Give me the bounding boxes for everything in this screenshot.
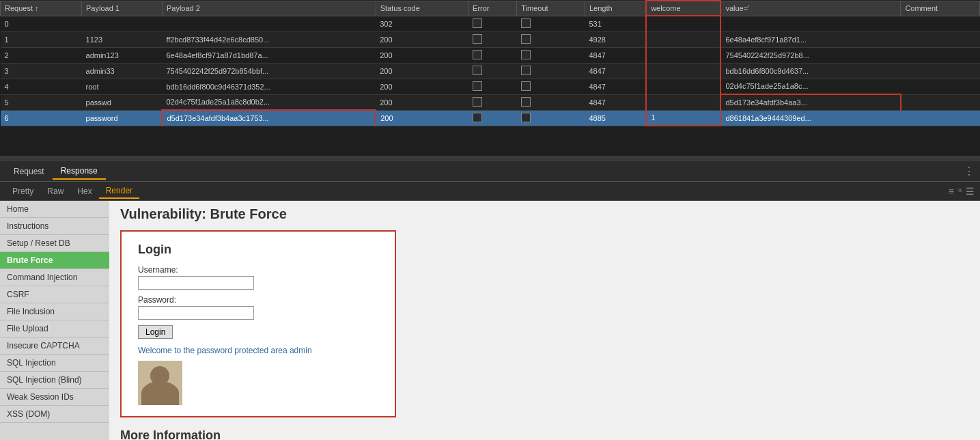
bottom-panel: Request Response ⋮ Pretty Raw Hex Render… (0, 161, 980, 440)
table-cell: 4 (1, 79, 82, 94)
sidebar-item-xss--dom-[interactable]: XSS (DOM) (0, 406, 109, 423)
table-cell (646, 16, 720, 31)
format-icon[interactable]: ≡ (949, 186, 954, 197)
horizontal-scrollbar[interactable] (0, 156, 980, 161)
sidebar-item-weak-session-ids[interactable]: Weak Session IDs (0, 389, 109, 406)
tab-response[interactable]: Response (53, 163, 106, 180)
table-cell: 200 (376, 63, 468, 79)
table-cell: 531 (585, 16, 646, 31)
table-cell (517, 110, 585, 126)
username-input[interactable] (138, 276, 254, 290)
col-header-comment[interactable]: Comment (901, 1, 980, 16)
col-header-welcome[interactable]: welcome (646, 1, 720, 16)
tab-request[interactable]: Request (5, 164, 53, 179)
table-cell: 5 (1, 94, 82, 110)
username-label: Username: (138, 265, 378, 275)
table-cell (901, 47, 980, 63)
tab-raw[interactable]: Raw (40, 184, 70, 198)
tab-render[interactable]: Render (99, 184, 139, 199)
table-cell (517, 31, 585, 47)
sidebar-item-brute-force[interactable]: Brute Force (0, 252, 109, 269)
results-table-section: Request ↑ Payload 1 Payload 2 Status cod… (0, 0, 980, 156)
list-icon[interactable]: ☰ (966, 186, 975, 197)
tab-icons: ≡ ⁿ ☰ (949, 186, 975, 197)
table-cell (901, 16, 980, 31)
table-cell: 200 (376, 110, 468, 126)
table-cell (468, 31, 517, 47)
checkbox[interactable] (521, 18, 531, 28)
table-cell: bdb16dd6f800c9d46371d352... (162, 79, 376, 94)
table-cell (468, 63, 517, 79)
sidebar-item-home[interactable]: Home (0, 201, 109, 218)
table-cell (720, 16, 900, 31)
tab-pretty[interactable]: Pretty (5, 184, 40, 198)
login-button[interactable]: Login (138, 325, 173, 339)
more-options-icon[interactable]: ⋮ (964, 165, 975, 178)
table-cell: 1 (646, 110, 720, 126)
table-cell: bdb16dd6f800c9d4637... (720, 63, 900, 79)
render-tab-bar: Pretty Raw Hex Render ≡ ⁿ ☰ (0, 182, 980, 201)
table-cell (901, 79, 980, 94)
checkbox[interactable] (473, 50, 482, 59)
table-cell (901, 110, 980, 126)
table-cell (517, 47, 585, 63)
checkbox[interactable] (473, 34, 482, 44)
intruder-results-table: Request ↑ Payload 1 Payload 2 Status cod… (0, 0, 980, 126)
password-input[interactable] (138, 306, 254, 320)
checkbox[interactable] (473, 97, 482, 107)
checkbox[interactable] (521, 50, 531, 59)
col-header-payload2[interactable]: Payload 2 (162, 1, 376, 16)
sidebar-item-sql-injection--blind-[interactable]: SQL Injection (Blind) (0, 372, 109, 389)
col-header-value[interactable]: value=' (720, 1, 900, 16)
checkbox[interactable] (473, 81, 482, 91)
table-cell: 200 (376, 31, 468, 47)
page-title: Vulnerability: Brute Force (109, 201, 980, 225)
table-cell: d861841a3e9444309ed... (720, 110, 900, 126)
table-cell: ff2bcd8733f44d42e6c8cd850... (162, 31, 376, 47)
sidebar-item-file-upload[interactable]: File Upload (0, 320, 109, 338)
table-cell: 200 (376, 94, 468, 110)
req-res-tab-bar: Request Response ⋮ (0, 161, 980, 182)
page-content: Vulnerability: Brute Force Login Usernam… (109, 201, 980, 440)
checkbox[interactable] (473, 18, 482, 28)
checkbox[interactable] (473, 113, 482, 122)
checkbox[interactable] (521, 34, 531, 44)
table-cell (646, 47, 720, 63)
table-cell: 7545402242f25d972b854bbf... (162, 63, 376, 79)
checkbox[interactable] (521, 66, 531, 75)
sidebar-item-sql-injection[interactable]: SQL Injection (0, 355, 109, 372)
table-cell (646, 79, 720, 94)
table-cell: 1 (1, 31, 82, 47)
table-cell: 4847 (585, 94, 646, 110)
login-form: Login Username: Password: Login Welcome … (122, 232, 395, 416)
edit-icon[interactable]: ⁿ (958, 186, 962, 197)
checkbox[interactable] (521, 97, 531, 107)
table-cell (162, 16, 376, 31)
sidebar-item-file-inclusion[interactable]: File Inclusion (0, 303, 109, 320)
checkbox[interactable] (521, 113, 531, 122)
col-header-length[interactable]: Length (585, 1, 646, 16)
nav-sidebar: HomeInstructionsSetup / Reset DBBrute Fo… (0, 201, 109, 440)
col-header-payload1[interactable]: Payload 1 (82, 1, 163, 16)
col-header-status[interactable]: Status code (376, 1, 468, 16)
sidebar-item-command-injection[interactable]: Command Injection (0, 269, 109, 286)
table-cell (468, 79, 517, 94)
tab-hex[interactable]: Hex (70, 184, 98, 198)
sidebar-item-setup---reset-db[interactable]: Setup / Reset DB (0, 235, 109, 252)
table-cell: 02d4c75f1ade25a1a8c... (720, 79, 900, 94)
more-info-title: More Information (109, 423, 980, 440)
table-cell (468, 47, 517, 63)
checkbox[interactable] (521, 81, 531, 91)
table-cell (646, 94, 720, 110)
sidebar-item-instructions[interactable]: Instructions (0, 218, 109, 235)
sidebar-item-csrf[interactable]: CSRF (0, 286, 109, 303)
col-header-timeout[interactable]: Timeout (517, 1, 585, 16)
table-cell (646, 31, 720, 47)
table-cell (517, 79, 585, 94)
table-cell (901, 63, 980, 79)
col-header-error[interactable]: Error (468, 1, 517, 16)
checkbox[interactable] (473, 66, 482, 75)
table-cell: d5d173e34afdf3b4aa3... (720, 94, 900, 110)
col-header-request[interactable]: Request ↑ (1, 1, 82, 16)
sidebar-item-insecure-captcha[interactable]: Insecure CAPTCHA (0, 338, 109, 355)
